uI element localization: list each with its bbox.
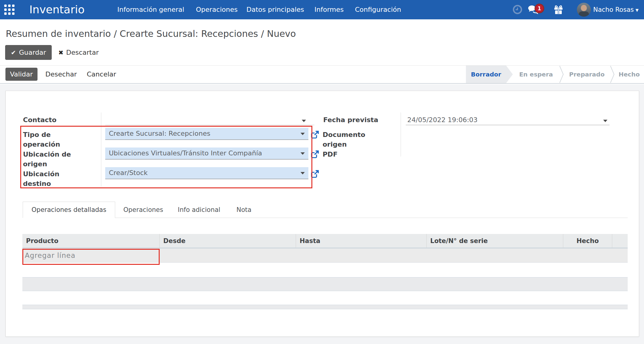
- user-menu-caret-icon[interactable]: ▼: [636, 1, 639, 20]
- tab-info-adicional[interactable]: Info adicional: [178, 206, 220, 214]
- operation-type-external-link-icon[interactable]: [311, 130, 319, 139]
- operation-type-label: Tipo de operación: [23, 130, 74, 149]
- apps-grid-icon[interactable]: [4, 5, 15, 15]
- col-lote[interactable]: Lote/N° de serie: [427, 234, 563, 248]
- tab-nota[interactable]: Nota: [236, 206, 252, 214]
- cancel-button[interactable]: Cancelar: [87, 66, 116, 83]
- menu-informes[interactable]: Informes: [314, 0, 344, 19]
- tab-bottom-border: [115, 218, 628, 218]
- dropdown-caret-icon: [301, 172, 305, 174]
- activity-clock-icon[interactable]: [512, 5, 522, 15]
- col-hasta[interactable]: Hasta: [296, 234, 427, 248]
- validate-button[interactable]: Validar: [5, 68, 37, 81]
- col-hecho[interactable]: Hecho: [563, 234, 612, 248]
- stage-borrador[interactable]: Borrador: [466, 66, 513, 83]
- stage-separator: [559, 66, 564, 83]
- date-field-underline: [406, 125, 610, 125]
- tab-operaciones-detalladas[interactable]: Operaciones detalladas: [23, 202, 115, 218]
- menu-configuracion[interactable]: Configuración: [355, 0, 401, 19]
- menu-informacion-general[interactable]: Información general: [117, 0, 184, 19]
- app-title[interactable]: Inventario: [29, 0, 85, 19]
- stage-separator: [610, 66, 614, 83]
- add-line-button[interactable]: Agregar línea: [25, 248, 76, 263]
- table-row: Agregar línea: [22, 248, 628, 263]
- empty-row-thin: [22, 305, 628, 309]
- label-separator-line: [101, 112, 101, 187]
- date-dropdown-caret-icon[interactable]: [603, 120, 607, 122]
- contact-label: Contacto: [23, 115, 57, 125]
- top-navbar: Inventario Información general Operacion…: [0, 0, 644, 19]
- gift-icon[interactable]: [554, 5, 563, 14]
- x-icon: ✖: [58, 49, 63, 56]
- contact-field-underline: [105, 125, 314, 125]
- dropdown-caret-icon: [301, 133, 305, 135]
- scheduled-date-value[interactable]: 24/05/2022 19:06:03: [407, 116, 478, 124]
- empty-row: [22, 277, 628, 291]
- user-avatar[interactable]: [577, 3, 591, 17]
- stage-hecho[interactable]: Hecho: [614, 66, 644, 83]
- form-toolbar: Validar Desechar Cancelar Borrador En es…: [0, 66, 644, 84]
- tab-operaciones[interactable]: Operaciones: [123, 206, 163, 214]
- label-separator-line-right: [401, 112, 401, 157]
- inventory-app: Inventario Información general Operacion…: [0, 0, 644, 344]
- breadcrumb: Resumen de inventario / Crearte Sucursal…: [6, 28, 296, 39]
- col-extra: [612, 234, 628, 248]
- stage-preparado[interactable]: Preparado: [564, 66, 610, 83]
- scheduled-date-label: Fecha prevista: [323, 115, 378, 125]
- source-location-field[interactable]: Ubicaciones Virtuales/Tránsito Inter Com…: [105, 148, 308, 160]
- operation-type-field[interactable]: Crearte Sucursal: Recepciones: [105, 128, 308, 140]
- notification-badge[interactable]: 1: [535, 4, 544, 13]
- menu-datos-principales[interactable]: Datos principales: [246, 0, 304, 19]
- user-name[interactable]: Nacho Rosas: [593, 0, 634, 19]
- source-location-external-link-icon[interactable]: [311, 150, 319, 159]
- breadcrumb-root[interactable]: Resumen de inventario: [6, 28, 111, 39]
- dest-location-field[interactable]: Crear/Stock: [105, 167, 308, 179]
- pdf-label: PDF: [323, 150, 337, 159]
- source-document-label: Documento origen: [323, 130, 374, 149]
- menu-operaciones[interactable]: Operaciones: [196, 0, 238, 19]
- save-button[interactable]: ✔ Guardar: [5, 45, 52, 60]
- breadcrumb-current: Nuevo: [267, 28, 296, 39]
- dropdown-caret-icon: [301, 152, 305, 155]
- col-producto[interactable]: Producto: [22, 234, 160, 248]
- check-icon: ✔: [11, 49, 16, 56]
- source-location-label: Ubicación de origen: [23, 150, 74, 169]
- discard-button[interactable]: ✖ Descartar: [58, 45, 99, 60]
- breadcrumb-parent[interactable]: Crearte Sucursal: Recepciones: [120, 28, 258, 39]
- contact-dropdown-caret-icon[interactable]: [302, 120, 306, 122]
- stage-en-espera[interactable]: En espera: [513, 66, 559, 83]
- dest-location-label: Ubicación destino: [23, 169, 74, 189]
- scrap-button[interactable]: Desechar: [45, 66, 77, 83]
- table-header: Producto Desde Hasta Lote/N° de serie He…: [22, 234, 628, 248]
- col-desde[interactable]: Desde: [160, 234, 296, 248]
- dest-location-external-link-icon[interactable]: [311, 170, 319, 178]
